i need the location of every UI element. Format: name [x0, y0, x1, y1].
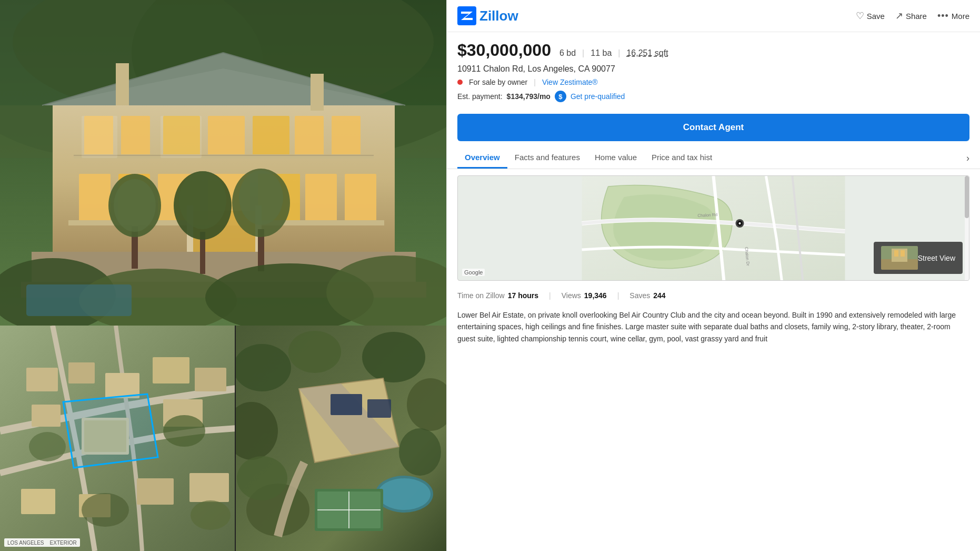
share-button[interactable]: ↗ Share [895, 10, 927, 22]
street-view-label: Street View [918, 254, 955, 262]
est-payment-label: Est. payment: [457, 92, 503, 101]
time-on-zillow-stat: Time on Zillow 17 hours [457, 291, 538, 300]
bottom-images-row: LOS ANGELES EXTERIOR [0, 326, 446, 551]
svg-rect-49 [161, 116, 202, 158]
svg-rect-26 [305, 174, 337, 221]
map-scrollbar[interactable] [965, 176, 969, 280]
status-divider: | [534, 78, 536, 86]
svg-rect-47 [26, 284, 132, 316]
svg-rect-52 [68, 362, 95, 383]
views-value: 19,346 [584, 291, 607, 300]
sqft-value: 16,251 sqft [626, 48, 668, 58]
aerial-map-label: LOS ANGELES EXTERIOR [4, 538, 80, 547]
price-row: $30,000,000 6 bd | 11 ba | 16,251 sqft [457, 41, 969, 60]
tab-overview[interactable]: Overview [457, 147, 507, 169]
tab-facts-features[interactable]: Facts and features [507, 147, 587, 169]
listing-description: Lower Bel Air Estate, on private knoll o… [447, 304, 980, 350]
svg-point-66 [29, 432, 66, 461]
share-icon: ↗ [895, 10, 903, 22]
svg-point-86 [399, 428, 441, 476]
svg-rect-53 [32, 405, 61, 427]
svg-point-81 [378, 478, 431, 510]
map-container[interactable]: Chalon Rd Chalon Dr Street View Go [457, 175, 969, 281]
saves-stat: Saves 244 [629, 291, 665, 300]
header-actions: ♡ Save ↗ Share ••• More [856, 10, 969, 22]
stat-divider-1: | [549, 291, 551, 300]
svg-rect-99 [901, 250, 905, 257]
aerial-map-image[interactable]: LOS ANGELES EXTERIOR [0, 326, 236, 551]
svg-point-71 [288, 331, 341, 373]
svg-rect-10 [116, 63, 129, 105]
tab-home-value[interactable]: Home value [587, 147, 644, 169]
tabs-chevron-right[interactable]: › [966, 153, 969, 164]
svg-point-65 [163, 415, 205, 447]
view-zestimate-link[interactable]: View Zestimate® [542, 78, 598, 86]
saves-label: Saves [629, 291, 650, 300]
svg-rect-61 [189, 473, 229, 502]
svg-rect-16 [253, 116, 289, 155]
price-section: $30,000,000 6 bd | 11 ba | 16,251 sqft 1… [447, 32, 980, 107]
svg-rect-56 [195, 368, 226, 391]
map-scrollbar-thumb[interactable] [965, 176, 969, 218]
svg-rect-17 [295, 116, 324, 155]
tabs-row: Overview Facts and features Home value P… [447, 147, 980, 169]
listing-price: $30,000,000 [457, 41, 551, 60]
svg-point-68 [191, 500, 231, 530]
zillow-logo-icon [457, 6, 476, 25]
svg-rect-98 [894, 250, 898, 257]
svg-rect-48 [82, 116, 117, 158]
dollar-icon: $ [555, 91, 566, 102]
google-map-label: Google [462, 269, 485, 276]
zillow-logo[interactable]: Zillow [457, 6, 518, 25]
views-label: Views [562, 291, 581, 300]
image-panel: LOS ANGELES EXTERIOR [0, 0, 446, 551]
street-view-button[interactable]: Street View [874, 242, 963, 274]
svg-point-39 [179, 171, 226, 229]
payment-row: Est. payment: $134,793/mo $ Get pre-qual… [457, 91, 969, 102]
price-details: 6 bd | 11 ba | 16,251 sqft [559, 48, 668, 58]
stats-row: Time on Zillow 17 hours | Views 19,346 |… [447, 287, 980, 304]
divider-1: | [582, 48, 584, 58]
get-prequalified-button[interactable]: Get pre-qualified [571, 92, 625, 101]
status-dot [457, 80, 463, 85]
svg-rect-60 [137, 478, 174, 505]
svg-marker-64 [63, 394, 158, 468]
svg-point-67 [82, 493, 129, 527]
svg-rect-18 [332, 116, 361, 155]
svg-point-36 [114, 179, 156, 232]
save-button[interactable]: ♡ Save [856, 10, 885, 22]
time-on-zillow-value: 17 hours [508, 291, 538, 300]
svg-rect-15 [208, 116, 245, 155]
est-payment-amount: $134,793/mo [507, 92, 551, 101]
listing-status-text: For sale by owner [469, 78, 527, 86]
views-stat: Views 19,346 [562, 291, 607, 300]
svg-rect-78 [331, 394, 362, 415]
aerial-photo-image[interactable] [236, 326, 446, 551]
svg-point-70 [236, 344, 291, 391]
more-dots-icon: ••• [937, 11, 949, 22]
svg-rect-13 [121, 116, 150, 155]
stat-divider-2: | [617, 291, 619, 300]
baths-count: 11 ba [591, 48, 612, 58]
listing-address: 10911 Chalon Rd, Los Angeles, CA 90077 [457, 64, 969, 74]
svg-rect-97 [892, 249, 907, 262]
svg-rect-79 [367, 399, 391, 418]
main-property-image[interactable] [0, 0, 446, 326]
svg-point-72 [362, 332, 425, 382]
time-on-zillow-label: Time on Zillow [457, 291, 505, 300]
zillow-logo-text: Zillow [479, 8, 518, 24]
svg-point-42 [239, 170, 283, 225]
beds-count: 6 bd [559, 48, 576, 58]
svg-rect-21 [79, 174, 111, 221]
tab-price-tax-history[interactable]: Price and tax hist [644, 147, 719, 169]
more-button[interactable]: ••• More [937, 11, 969, 22]
svg-rect-11 [311, 74, 324, 111]
svg-rect-27 [345, 174, 376, 221]
svg-rect-19 [74, 154, 374, 159]
svg-point-87 [237, 456, 287, 500]
svg-rect-58 [21, 489, 55, 514]
heart-icon: ♡ [856, 10, 864, 22]
listing-detail-panel: Zillow ♡ Save ↗ Share ••• More $30,000,0… [446, 0, 980, 551]
contact-agent-button[interactable]: Contact Agent [457, 114, 969, 141]
listing-status-row: For sale by owner | View Zestimate® [457, 78, 969, 86]
